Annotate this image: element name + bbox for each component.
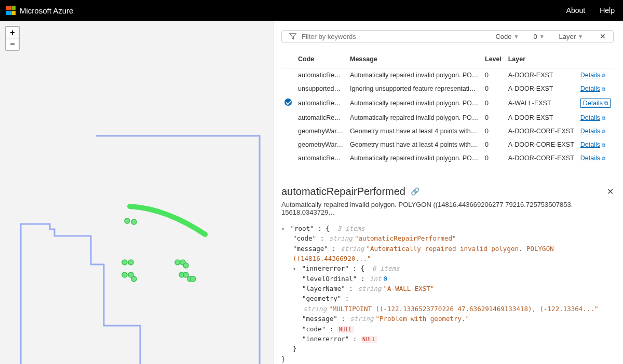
table-row[interactable]: geometryWarningGeometry must have at lea… [281,124,614,138]
details-link[interactable]: Details [580,141,600,148]
table-row[interactable]: unsupportedFeat…Ignoring unsupported fea… [281,82,614,95]
filter-bar: Code▼ 0▼ Layer▼ ✕ [281,30,614,43]
cell-message: Automatically repaired invalid polygon. … [347,95,482,111]
header-nav: About Help [566,6,615,15]
cell-layer: A-DOOR-CORE-EXST [505,151,577,165]
chevron-down-icon: ▼ [514,34,519,39]
detail-subtitle: Automatically repaired invalid polygon. … [281,201,614,216]
cell-code: automaticRepair… [295,151,347,165]
cell-message: Ignoring unsupported feature representat… [347,82,482,95]
table-row[interactable]: automaticRepair…Automatically repaired i… [281,111,614,124]
cell-code: automaticRepair… [295,95,347,111]
cell-message: Automatically repaired invalid polygon. … [347,111,482,124]
nav-help[interactable]: Help [600,6,615,15]
table-row[interactable]: automaticRepair…Automatically repaired i… [281,68,614,82]
cell-message: Geometry must have at least 4 points wit… [347,124,482,138]
external-link-icon: ⧉ [602,86,605,92]
map-canvas[interactable]: + − [0,21,274,364]
svg-point-3 [128,260,133,265]
svg-point-11 [183,272,188,277]
cell-level: 0 [482,82,505,95]
map-svg [0,21,274,364]
external-link-icon: ⧉ [602,156,605,162]
cell-level: 0 [482,68,505,82]
filter-icon [289,33,296,40]
cell-code: automaticRepair… [295,68,347,82]
toggle-icon[interactable]: ▾ [281,225,287,233]
external-link-icon: ⧉ [602,142,605,148]
json-viewer: ▾ "root" : { 3 items "code" : string"aut… [281,223,614,364]
filter-code-label: Code [495,33,511,40]
toggle-icon[interactable]: ▾ [293,265,298,273]
svg-point-7 [175,260,180,265]
filter-level-value: 0 [533,33,537,40]
table-row[interactable]: automaticRepair…Automatically repaired i… [281,151,614,165]
filter-layer-dropdown[interactable]: Layer▼ [559,33,583,40]
svg-point-1 [131,219,137,225]
svg-point-4 [122,272,127,277]
cell-level: 0 [482,95,505,111]
cell-layer: A-DOOR-EXST [505,82,577,95]
selected-icon [285,99,292,106]
detail-close-button[interactable]: ✕ [607,187,614,197]
th-message[interactable]: Message [347,50,482,68]
cell-code: unsupportedFeat… [295,82,347,95]
cell-code: automaticRepair… [295,111,347,124]
cell-code: geometryWarning [295,124,347,138]
table-row[interactable]: automaticRepair…Automatically repaired i… [281,95,614,111]
external-link-icon: ⧉ [604,100,608,106]
external-link-icon: ⧉ [602,73,605,79]
microsoft-logo-icon [6,6,16,15]
cell-message: Automatically repaired invalid polygon. … [347,68,482,82]
details-link[interactable]: Details [580,85,600,92]
brand-text: Microsoft Azure [20,6,73,15]
detail-title: automaticRepairPerformed [281,186,405,198]
chevron-down-icon: ▼ [539,34,545,39]
detail-panel: automaticRepairPerformed 🔗 ✕ Automatical… [281,186,614,364]
cell-level: 0 [482,111,505,124]
details-link[interactable]: Details [583,100,603,107]
cell-level: 0 [482,151,505,165]
brand: Microsoft Azure [6,6,73,15]
filter-code-dropdown[interactable]: Code▼ [495,33,519,40]
details-link[interactable]: Details [580,128,600,135]
filter-layer-label: Layer [559,33,576,40]
details-link[interactable]: Details [580,155,600,162]
th-code[interactable]: Code [295,50,347,68]
external-link-icon: ⧉ [602,129,605,135]
cell-level: 0 [482,124,505,138]
cell-message: Geometry must have at least 4 points wit… [347,138,482,151]
th-layer[interactable]: Layer [505,50,577,68]
cell-layer: A-DOOR-EXST [505,111,577,124]
svg-point-6 [131,276,137,282]
svg-point-13 [191,276,196,282]
nav-about[interactable]: About [566,6,586,15]
polygon-outline [21,136,260,364]
details-link[interactable]: Details [580,114,600,121]
svg-point-2 [122,260,127,265]
external-link-icon: ⧉ [602,115,605,121]
chevron-down-icon: ▼ [578,34,583,39]
cell-layer: A-DOOR-CORE-EXST [505,124,577,138]
table-row[interactable]: geometryWarningGeometry must have at lea… [281,138,614,151]
cell-level: 0 [482,138,505,151]
details-link[interactable]: Details [580,72,600,79]
cell-code: geometryWarning [295,138,347,151]
svg-point-9 [183,263,188,268]
cell-layer: A-DOOR-CORE-EXST [505,138,577,151]
cell-layer: A-WALL-EXST [505,95,577,111]
svg-point-0 [125,218,130,223]
errors-table: Code Message Level Layer automaticRepair… [281,50,614,165]
filter-level-dropdown[interactable]: 0▼ [533,33,544,40]
right-panel: Code▼ 0▼ Layer▼ ✕ Code Message Level Lay… [274,21,623,364]
filter-close-button[interactable]: ✕ [600,32,606,40]
filter-input[interactable] [302,33,405,40]
th-level[interactable]: Level [482,50,505,68]
point-cluster [122,218,196,282]
link-icon[interactable]: 🔗 [411,187,419,195]
cell-message: Automatically repaired invalid polygon. … [347,151,482,165]
header-bar: Microsoft Azure About Help [0,0,623,21]
cell-layer: A-DOOR-EXST [505,68,577,82]
repair-arc [130,206,205,234]
